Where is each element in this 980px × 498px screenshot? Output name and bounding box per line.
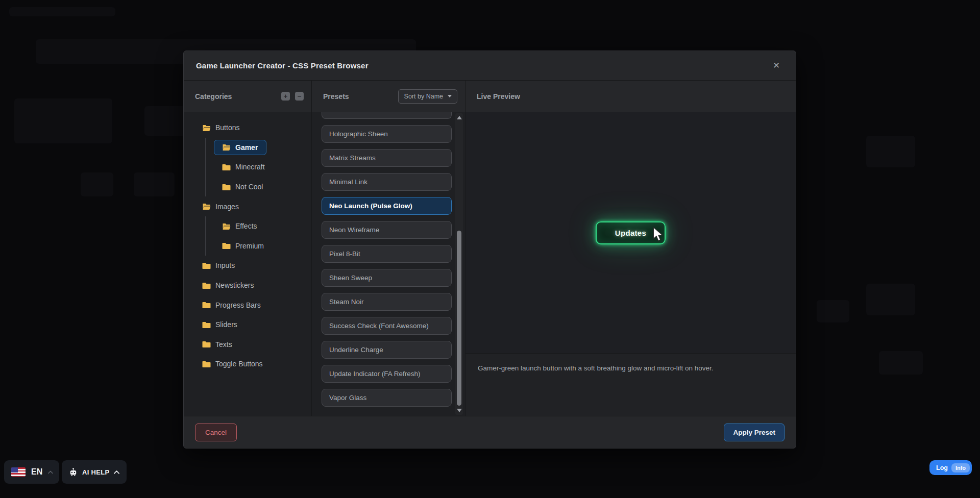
categories-panel: Categories + − ButtonsGamerMinecraftNot …: [184, 81, 312, 416]
tree-item-label: Progress Bars: [215, 301, 261, 309]
preset-item-sheen-sweep[interactable]: Sheen Sweep: [322, 269, 452, 287]
chevron-up-icon: [48, 470, 53, 474]
background-ghost-strip: [9, 7, 115, 16]
tree-item-label: Not Cool: [235, 183, 263, 191]
background-ghost-panel: [134, 172, 175, 196]
tree-item-label: Newstickers: [215, 281, 254, 289]
sort-dropdown[interactable]: Sort by Name: [398, 89, 457, 104]
preset-item-clipped[interactable]: [322, 112, 452, 119]
preset-item-minimal-link[interactable]: Minimal Link: [322, 173, 452, 191]
cancel-button[interactable]: Cancel: [195, 424, 237, 441]
chevron-up-icon: [114, 470, 119, 474]
folder-closed-icon: [222, 163, 231, 171]
sort-dropdown-value: Sort by Name: [404, 93, 443, 100]
preview-panel: Live Preview Updates Gamer-green launch …: [465, 81, 796, 416]
tree-item-label: Buttons: [215, 123, 239, 132]
folder-closed-icon: [202, 360, 211, 368]
presets-header: Presets Sort by Name: [312, 81, 465, 112]
preset-items-mount: Holographic SheenMatrix StreamsMinimal L…: [322, 125, 465, 407]
dialog-titlebar: Game Launcher Creator - CSS Preset Brows…: [184, 51, 796, 81]
folder-open-icon: [202, 124, 211, 132]
preset-description: Gamer-green launch button with a soft br…: [465, 353, 796, 416]
folder-closed-icon: [202, 301, 211, 309]
preset-browser-dialog: Game Launcher Creator - CSS Preset Brows…: [183, 51, 796, 449]
preset-item-matrix-streams[interactable]: Matrix Streams: [322, 149, 452, 167]
preset-item-vapor-glass[interactable]: Vapor Glass: [322, 389, 452, 407]
info-badge[interactable]: Info: [951, 463, 970, 472]
tree-item-label: Premium: [235, 242, 264, 250]
scrollbar-thumb[interactable]: [457, 231, 461, 406]
ai-help-label: AI HELP: [82, 468, 109, 476]
preset-list: Holographic SheenMatrix StreamsMinimal L…: [312, 112, 465, 416]
preset-item-neo-launch-pulse-glow[interactable]: Neo Launch (Pulse Glow): [322, 197, 452, 215]
log-label: Log: [936, 464, 948, 471]
tree-item-label: Toggle Buttons: [215, 360, 263, 368]
dialog-title: Game Launcher Creator - CSS Preset Brows…: [196, 61, 369, 70]
folder-closed-icon: [202, 340, 211, 348]
tree-item-buttons[interactable]: Buttons: [184, 118, 311, 138]
apply-preset-button[interactable]: Apply Preset: [724, 424, 785, 441]
presets-panel: Presets Sort by Name Holographic SheenMa…: [312, 81, 465, 416]
categories-title: Categories: [195, 92, 232, 101]
preview-updates-button[interactable]: Updates: [596, 221, 666, 244]
preview-title: Live Preview: [477, 92, 520, 101]
tree-item-label: Texts: [215, 340, 232, 348]
tree-item-label: Effects: [235, 222, 257, 230]
preset-item-underline-charge[interactable]: Underline Charge: [322, 341, 452, 359]
tree-item-not-cool[interactable]: Not Cool: [184, 177, 311, 197]
folder-open-icon: [222, 143, 231, 151]
tree-item-progress-bars[interactable]: Progress Bars: [184, 295, 311, 315]
tree-item-newstickers[interactable]: Newstickers: [184, 276, 311, 295]
preview-stage: Updates: [465, 112, 796, 353]
preset-item-steam-noir[interactable]: Steam Noir: [322, 293, 452, 311]
tree-item-texts[interactable]: Texts: [184, 335, 311, 355]
robot-icon: [69, 468, 78, 477]
language-label: EN: [31, 467, 42, 477]
close-icon[interactable]: ✕: [769, 59, 783, 73]
folder-closed-icon: [222, 183, 231, 191]
presets-title: Presets: [323, 92, 349, 101]
tree-item-sliders[interactable]: Sliders: [184, 315, 311, 335]
preset-item-pixel-8-bit[interactable]: Pixel 8-Bit: [322, 245, 452, 263]
preview-header: Live Preview: [465, 81, 796, 112]
chevron-down-icon: [448, 95, 452, 97]
ai-help-button[interactable]: AI HELP: [62, 460, 127, 484]
folder-closed-icon: [222, 242, 231, 250]
us-flag-icon: [11, 467, 26, 477]
background-ghost-panel: [14, 98, 112, 143]
tree-item-toggle-buttons[interactable]: Toggle Buttons: [184, 354, 311, 374]
tree-item-gamer[interactable]: Gamer: [184, 138, 311, 158]
background-ghost-panel: [817, 300, 849, 322]
scroll-up-icon[interactable]: [457, 116, 462, 119]
tree-item-label: Inputs: [215, 261, 235, 269]
add-category-button[interactable]: +: [281, 92, 290, 101]
preset-item-success-check-font-awesome[interactable]: Success Check (Font Awesome): [322, 317, 452, 335]
folder-closed-icon: [202, 262, 211, 269]
preset-item-neon-wireframe[interactable]: Neon Wireframe: [322, 221, 452, 239]
background-ghost-panel: [866, 284, 915, 315]
tree-item-minecraft[interactable]: Minecraft: [184, 157, 311, 177]
tree-item-premium[interactable]: Premium: [184, 236, 311, 256]
folder-closed-icon: [202, 321, 211, 329]
preset-item-holographic-sheen[interactable]: Holographic Sheen: [322, 125, 452, 143]
category-tree: ButtonsGamerMinecraftNot CoolImagesEffec…: [184, 112, 311, 374]
folder-closed-icon: [202, 282, 211, 289]
tree-item-inputs[interactable]: Inputs: [184, 256, 311, 276]
tree-item-images[interactable]: Images: [184, 196, 311, 216]
language-selector[interactable]: EN: [4, 460, 59, 484]
tree-item-label: Gamer: [235, 143, 258, 152]
log-widget[interactable]: Log Info: [929, 460, 972, 475]
folder-open-icon: [202, 203, 211, 210]
dialog-footer: Cancel Apply Preset: [184, 416, 796, 448]
preset-scrollbar: [455, 113, 463, 415]
scroll-down-icon[interactable]: [457, 409, 462, 412]
collapse-category-button[interactable]: −: [295, 92, 304, 101]
categories-header: Categories + −: [184, 81, 311, 112]
tree-item-effects[interactable]: Effects: [184, 216, 311, 236]
background-ghost-panel: [879, 351, 923, 375]
preset-item-update-indicator-fa-refresh[interactable]: Update Indicator (FA Refresh): [322, 365, 452, 383]
tree-item-label: Images: [215, 203, 239, 211]
folder-open-icon: [222, 222, 231, 230]
background-ghost-panel: [866, 136, 915, 167]
tree-item-label: Sliders: [215, 320, 237, 329]
